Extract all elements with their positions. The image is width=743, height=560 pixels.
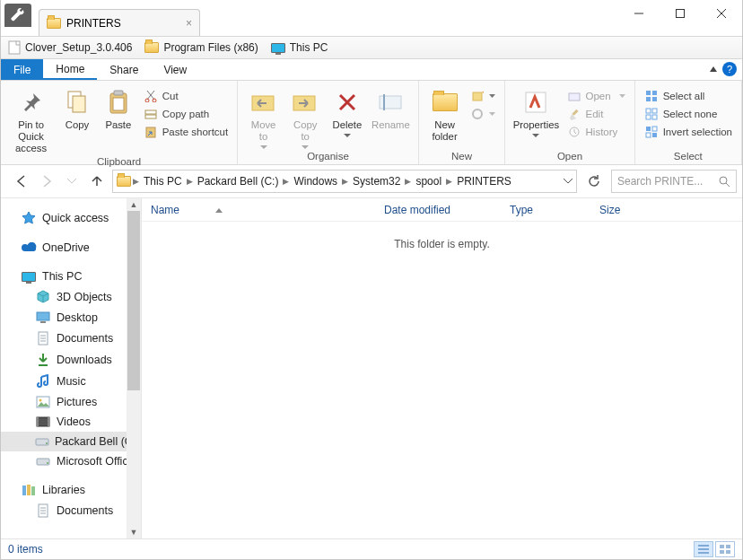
breadcrumb[interactable]: This PC <box>141 175 185 188</box>
copy-to-button[interactable]: Copy to <box>285 86 326 149</box>
search-input[interactable]: Search PRINTE... <box>611 170 737 193</box>
chevron-right-icon[interactable]: ▶ <box>405 177 411 186</box>
tree-item[interactable]: Desktop <box>1 308 141 328</box>
window-close-button[interactable] <box>701 0 742 27</box>
ribbon-tab-file[interactable]: File <box>1 59 43 80</box>
column-header-size[interactable]: Size <box>590 204 742 216</box>
scrollbar[interactable]: ▲ ▼ <box>127 198 141 538</box>
svg-rect-25 <box>646 97 651 101</box>
breadcrumb[interactable]: Packard Bell (C:) <box>195 175 282 188</box>
edit-button[interactable]: Edit <box>564 106 629 122</box>
scroll-thumb[interactable] <box>127 211 140 390</box>
app-menu-button[interactable] <box>4 4 31 27</box>
empty-folder-message: This folder is empty. <box>142 222 742 538</box>
invert-selection-button[interactable]: Invert selection <box>641 124 736 140</box>
collapse-ribbon-icon[interactable] <box>710 66 717 72</box>
chevron-right-icon[interactable]: ▶ <box>187 177 193 186</box>
rename-button[interactable]: Rename <box>369 86 413 131</box>
tree-item[interactable]: Microsoft Office <box>1 451 141 471</box>
new-item-button[interactable]: ✦ <box>467 88 499 104</box>
tree-item[interactable]: Videos <box>1 412 141 432</box>
select-all-button[interactable]: Select all <box>641 88 736 104</box>
open-icon <box>567 89 581 103</box>
column-header-name[interactable]: Name <box>142 204 375 216</box>
ribbon-tab-share[interactable]: Share <box>97 59 151 80</box>
nav-forward-button[interactable] <box>37 171 57 191</box>
refresh-button[interactable] <box>582 170 606 193</box>
view-icons-button[interactable] <box>715 541 735 557</box>
tree-item[interactable]: Pictures <box>1 392 141 412</box>
tab-close-icon[interactable]: × <box>186 17 192 30</box>
browser-tab[interactable]: PRINTERS × <box>39 9 200 36</box>
tree-item[interactable]: Documents <box>1 328 141 349</box>
new-item-icon: ✦ <box>470 89 485 103</box>
svg-rect-34 <box>652 133 657 137</box>
chevron-down-icon <box>619 94 625 98</box>
tree-item[interactable]: This PC <box>1 267 141 286</box>
drive-icon <box>35 436 49 447</box>
move-to-button[interactable]: Move to <box>243 86 284 149</box>
chevron-right-icon[interactable]: ▶ <box>446 177 452 186</box>
delete-button[interactable]: Delete <box>328 86 368 137</box>
bookmark-item[interactable]: Clover_Setup_3.0.406 <box>8 40 132 55</box>
nav-recent-dropdown[interactable] <box>62 171 82 191</box>
pin-icon <box>21 92 42 113</box>
svg-rect-49 <box>27 485 31 495</box>
copy-path-button[interactable]: Copy path <box>140 106 232 122</box>
select-none-button[interactable]: Select none <box>641 106 736 122</box>
svg-rect-41 <box>37 417 49 426</box>
svg-rect-43 <box>48 417 49 426</box>
cube-icon <box>35 290 51 304</box>
nav-up-button[interactable] <box>87 171 107 191</box>
breadcrumb[interactable]: System32 <box>350 175 403 188</box>
tree-item[interactable]: OneDrive <box>1 238 141 258</box>
scroll-up-icon[interactable]: ▲ <box>127 198 141 211</box>
tree-item-label: Music <box>57 375 86 388</box>
address-bar[interactable]: ▶ This PC▶ Packard Bell (C:)▶ Windows▶ S… <box>112 170 577 193</box>
drive-icon <box>35 456 51 467</box>
easy-access-button[interactable] <box>467 106 499 122</box>
tree-item[interactable]: Downloads <box>1 349 141 371</box>
breadcrumb[interactable]: PRINTERS <box>454 175 514 188</box>
download-icon <box>35 353 51 367</box>
ribbon-tab-home[interactable]: Home <box>43 59 97 80</box>
help-icon[interactable]: ? <box>722 62 737 76</box>
navigation-tree[interactable]: Quick accessOneDriveThis PC3D ObjectsDes… <box>1 198 141 538</box>
chevron-down-icon[interactable] <box>564 179 573 184</box>
column-header-type[interactable]: Type <box>501 204 590 216</box>
column-header-date[interactable]: Date modified <box>375 204 501 216</box>
breadcrumb[interactable]: Windows <box>291 175 340 188</box>
new-folder-button[interactable]: New folder <box>424 86 466 143</box>
svg-rect-26 <box>652 97 657 101</box>
breadcrumb[interactable]: spool <box>413 175 444 188</box>
tree-item[interactable]: Quick access <box>1 207 141 229</box>
view-details-button[interactable] <box>694 541 713 557</box>
chevron-right-icon[interactable]: ▶ <box>283 177 289 186</box>
bookmark-item[interactable]: Program Files (x86) <box>144 41 258 54</box>
monitor-icon <box>21 272 37 282</box>
history-button[interactable]: History <box>564 124 629 140</box>
cut-button[interactable]: Cut <box>140 88 232 104</box>
ribbon-tab-view[interactable]: View <box>151 59 199 80</box>
chevron-right-icon[interactable]: ▶ <box>133 177 139 186</box>
window-maximize-button[interactable] <box>660 0 701 27</box>
paste-shortcut-button[interactable]: Paste shortcut <box>140 124 232 140</box>
properties-button[interactable]: Properties <box>511 86 561 137</box>
tree-item[interactable]: Music <box>1 371 141 392</box>
chevron-right-icon[interactable]: ▶ <box>342 177 348 186</box>
pin-to-quick-access-button[interactable]: Pin to Quick access <box>6 86 56 154</box>
bookmark-label: Program Files (x86) <box>163 41 258 54</box>
tree-item[interactable]: Packard Bell (C:) <box>1 432 141 451</box>
scroll-down-icon[interactable]: ▼ <box>127 526 141 538</box>
tree-item[interactable]: 3D Objects <box>1 286 141 308</box>
nav-back-button[interactable] <box>12 171 31 191</box>
bookmark-item[interactable]: This PC <box>271 41 328 54</box>
window-minimize-button[interactable] <box>618 0 660 27</box>
svg-rect-0 <box>677 10 685 18</box>
tree-item[interactable]: Libraries <box>1 480 141 500</box>
svg-rect-9 <box>145 110 156 114</box>
open-button[interactable]: Open <box>564 88 629 104</box>
paste-button[interactable]: Paste <box>99 86 138 131</box>
copy-button[interactable]: Copy <box>57 86 97 131</box>
tree-item[interactable]: Documents <box>1 500 141 521</box>
